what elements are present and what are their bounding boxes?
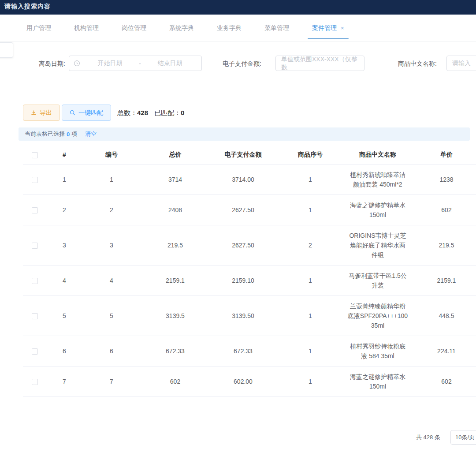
table-cell: 2159.10: [209, 265, 277, 295]
tab-item[interactable]: 机构管理: [74, 15, 99, 41]
tab-item[interactable]: 用户管理: [26, 15, 51, 41]
table-cell: 3: [47, 225, 82, 265]
download-icon: [31, 110, 37, 116]
table-row: 2224082627.501海蓝之谜修护精萃水 150ml602: [23, 194, 476, 225]
table-cell: 1: [47, 164, 82, 194]
table-cell: 7: [82, 366, 141, 396]
tab-label: 业务字典: [217, 24, 242, 32]
amount-input[interactable]: 单值或范围XXX-XXX（仅整数: [275, 56, 364, 71]
export-label: 导出: [40, 109, 52, 117]
table-cell: 2159.1: [412, 265, 476, 295]
column-header: 编号: [82, 146, 141, 164]
row-checkbox[interactable]: [32, 177, 38, 183]
selection-alert-bar: 当前表格已选择 0 项 清空: [19, 127, 470, 141]
table-cell: 5: [47, 295, 82, 336]
table-cell: 8: [47, 396, 82, 398]
export-button[interactable]: 导出: [23, 105, 60, 121]
end-date-input[interactable]: 结束日期: [143, 60, 197, 67]
tab-bar: 用户管理 机构管理 岗位管理 系统字典 业务字典 菜单管理 案件管理 ×: [0, 15, 476, 42]
table-cell: 219.5: [141, 225, 209, 265]
pagination: 共 428 条 10条/页: [0, 430, 476, 445]
table-cell: 2408: [141, 194, 209, 225]
column-header: 商品序号: [277, 146, 344, 164]
table-cell: 3139.50: [209, 295, 277, 336]
table-header-row: #编号总价电子支付金额商品序号商品中文名称单价: [23, 146, 476, 164]
total-value: 428: [137, 109, 148, 116]
product-name-filter-label: 商品中文名称:: [398, 56, 437, 71]
table-cell: 602.00: [209, 366, 277, 396]
selection-suffix: 项: [71, 130, 77, 138]
matched-label: 已匹配：: [154, 109, 181, 116]
table-cell: 1: [277, 366, 344, 396]
table-cell: 427.73: [412, 396, 476, 398]
tab-item[interactable]: 岗位管理: [122, 15, 146, 41]
global-search-input[interactable]: 请输入搜索内容: [4, 3, 51, 11]
table-cell: 1: [277, 396, 344, 398]
table-cell: 海蓝之谜修护精萃水 150ml: [344, 194, 412, 225]
row-checkbox[interactable]: [32, 313, 38, 319]
tab-label: 用户管理: [26, 24, 51, 32]
table-cell: 海蓝之谜修护精萃水 150ml: [344, 366, 412, 396]
column-header: 电子支付金额: [209, 146, 277, 164]
selection-count: 0: [67, 131, 70, 138]
table-cell: 672.33: [141, 336, 209, 366]
table-cell: 1: [277, 336, 344, 366]
pagination-total: 共 428 条: [416, 430, 440, 445]
table-cell: 8: [82, 396, 141, 398]
toolbar: 导出 一键匹配 总数：428已匹配：0: [0, 105, 476, 121]
table-row: 33219.52627.502ORIGINS韦博士灵芝焕能好底子精华水两件组21…: [23, 225, 476, 265]
table-row: 442159.12159.101马爹利蓝带干邑1.5公升装2159.1: [23, 265, 476, 295]
tab-label: 系统字典: [169, 24, 194, 32]
amount-placeholder: 单值或范围XXX-XXX（仅整数: [281, 56, 359, 71]
row-checkbox[interactable]: [32, 379, 38, 385]
table-row: 881283.181283.181卡诗菁纯亮泽经典香氛427.73: [23, 396, 476, 398]
product-name-input[interactable]: 请输入: [446, 56, 476, 71]
tab-item[interactable]: 案件管理 ×: [312, 15, 344, 41]
product-name-placeholder: 请输入: [452, 60, 471, 67]
table-cell: 2627.50: [209, 194, 277, 225]
table-cell: 1: [277, 295, 344, 336]
page-size-select[interactable]: 10条/页: [450, 430, 476, 445]
row-checkbox[interactable]: [32, 243, 38, 249]
column-header: 总价: [141, 146, 209, 164]
tab-item[interactable]: 系统字典: [169, 15, 194, 41]
table-cell: 1238: [412, 164, 476, 194]
table-cell: 219.5: [412, 225, 476, 265]
table-cell: ORIGINS韦博士灵芝焕能好底子精华水两件组: [344, 225, 412, 265]
table-row: 77602602.001海蓝之谜修护精萃水 150ml602: [23, 366, 476, 396]
table-cell: 602: [412, 366, 476, 396]
tab-item[interactable]: 菜单管理: [264, 15, 289, 41]
row-checkbox[interactable]: [32, 278, 38, 284]
date-separator: -: [137, 60, 143, 67]
table-cell: 6: [47, 336, 82, 366]
clear-selection-link[interactable]: 清空: [85, 130, 97, 138]
date-range-picker[interactable]: 开始日期 - 结束日期: [69, 56, 202, 71]
page-size-value: 10条/页: [455, 434, 475, 441]
table-cell: 7: [47, 366, 82, 396]
table-cell: 马爹利蓝带干邑1.5公升装: [344, 265, 412, 295]
table-cell: 1283.18: [209, 396, 277, 398]
row-checkbox[interactable]: [32, 348, 38, 355]
table-cell: 2: [47, 194, 82, 225]
table-cell: 224.11: [412, 336, 476, 366]
start-date-input[interactable]: 开始日期: [83, 60, 137, 67]
table-cell: 3: [82, 225, 141, 265]
stats-text: 总数：428已匹配：0: [117, 105, 184, 121]
table-cell: 5: [82, 295, 141, 336]
tab-item[interactable]: 业务字典: [217, 15, 242, 41]
select-all-checkbox[interactable]: [32, 152, 38, 158]
table-cell: 4: [47, 265, 82, 295]
table-cell: 1283.18: [141, 396, 209, 398]
row-checkbox[interactable]: [32, 207, 38, 213]
top-navbar: 请输入搜索内容: [0, 0, 476, 15]
table-cell: 2: [82, 194, 141, 225]
match-label: 一键匹配: [78, 109, 103, 117]
table-cell: 2: [277, 225, 344, 265]
table-cell: 1: [277, 265, 344, 295]
close-icon[interactable]: ×: [341, 25, 344, 31]
table-cell: 4: [82, 265, 141, 295]
matched-value: 0: [181, 109, 184, 116]
table-cell: 672.33: [209, 336, 277, 366]
one-key-match-button[interactable]: 一键匹配: [62, 105, 111, 121]
table-cell: 448.5: [412, 295, 476, 336]
